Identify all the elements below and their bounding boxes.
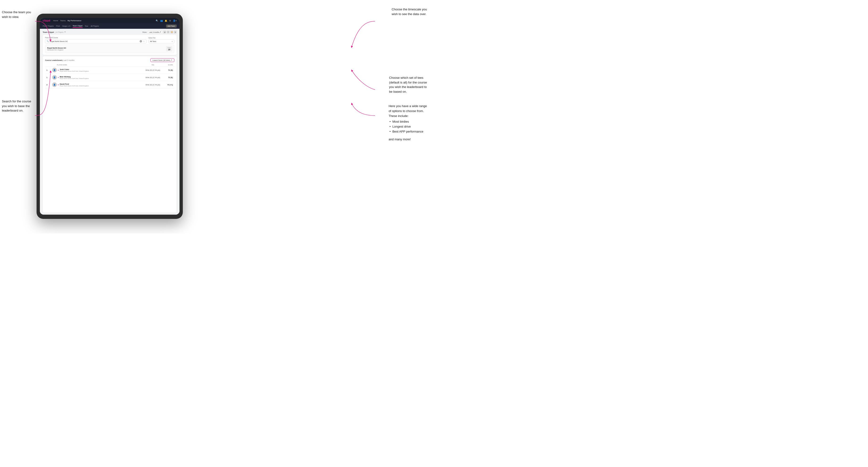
brand-logo: clippd	[43, 19, 50, 22]
option-drive: Longest drive	[390, 124, 427, 129]
sub-tab-pga[interactable]: PGA	[56, 25, 60, 28]
sub-tab-hcaps[interactable]: Hcaps 1-5	[62, 25, 70, 28]
player-name: David Ford	[60, 83, 142, 85]
player-tee: White (M) (6,744 yds)	[142, 84, 163, 86]
col-tee-header: TEE	[142, 64, 163, 66]
player-info: Josh Coles Royal North Devon Golf Club, …	[60, 68, 142, 72]
download-btn[interactable]: ⬇	[174, 31, 177, 33]
tablet-screen: clippd Home Teams My Performance 🔍 👥 🔔 ⚙…	[40, 18, 180, 215]
people-icon[interactable]: 👥	[160, 20, 163, 22]
course-location: Westward Ho!, England	[47, 49, 66, 51]
show-control: Show: Last 3 months ▾ ⊞ ≡ 🏆 ⬇	[143, 31, 177, 33]
lb-title-text: Course Leaderboard,	[45, 59, 63, 61]
score-type-chevron: ▾	[171, 59, 172, 61]
nav-my-performance[interactable]: My Performance	[67, 20, 81, 22]
player-tee: White (M) (6,744 yds)	[142, 69, 163, 71]
annotation-options: Here you have a wide range of options to…	[389, 104, 427, 142]
col-score-header: SCORE	[163, 64, 173, 66]
sub-nav-tabs: PGAT Players PGA Hcaps 1-5 Team Clippd T…	[43, 24, 99, 28]
nav-home[interactable]: Home	[53, 20, 58, 22]
players-count: | 14 Players	[55, 31, 63, 33]
tee-select-field: Select Tee All Tees ▾	[148, 37, 174, 43]
search-icon[interactable]: 🔍	[156, 20, 158, 22]
sub-tab-pgat[interactable]: PGAT Players	[43, 25, 54, 28]
main-content: Team Clippd | 14 Players ✏ Show: Last 3 …	[40, 29, 180, 215]
options-list: Most birdies Longest drive Best APP perf…	[389, 119, 427, 134]
avatar: 👤	[52, 68, 57, 72]
leaderboard-header: Course Leaderboard, Last 3 months Lowest…	[45, 58, 174, 62]
holes-box: Holes 18	[166, 46, 172, 52]
leaderboard-card: Course Leaderboard, Last 3 months Lowest…	[43, 56, 177, 213]
list-view-btn[interactable]: ≡	[167, 31, 169, 33]
user-avatar[interactable]: 👤▾	[173, 20, 177, 22]
chevron-down-icon: ▾	[160, 31, 161, 33]
settings-icon[interactable]: ⚙	[169, 20, 171, 22]
annotation-search-course: Search for the course you wish to base t…	[2, 99, 31, 113]
team-name: Team Clippd	[43, 31, 54, 33]
grid-view-btn[interactable]: ⊞	[163, 31, 166, 33]
search-icon-inner: 🔍	[47, 40, 49, 42]
search-card: Find a Golf Course 🔍 Royal North Devon G…	[43, 35, 177, 55]
clear-search-button[interactable]: ×	[140, 40, 142, 42]
leaderboard-title: Course Leaderboard, Last 3 months	[45, 59, 74, 61]
heart-icon[interactable]: ♥	[58, 84, 59, 86]
favorite-icon[interactable]: ☆	[143, 40, 145, 42]
player-rank: 1	[46, 76, 52, 78]
nav-links: Home Teams My Performance	[53, 20, 81, 22]
nav-left: clippd Home Teams My Performance	[43, 19, 81, 22]
score-type-value: Lowest Score (18 holes)	[153, 59, 170, 61]
nav-bar: clippd Home Teams My Performance 🔍 👥 🔔 ⚙…	[40, 18, 180, 23]
lb-time-filter: Last 3 months	[63, 59, 74, 61]
select-tee-label: Select Tee	[148, 37, 174, 39]
table-row: 3 👤 ♥ David Ford Royal North Devon Golf …	[45, 81, 174, 88]
player-name: Josh Coles	[60, 68, 142, 70]
find-course-label: Find a Golf Course	[45, 37, 147, 38]
annotation-choose-team: Choose the team you wish to view.	[2, 10, 31, 19]
player-club: Royal North Devon Golf Club, United King…	[60, 70, 142, 72]
col-player-name-header: PLAYER NAME	[57, 64, 142, 66]
tee-chevron-icon: ▾	[172, 40, 173, 42]
show-label: Show:	[143, 31, 147, 33]
option-birdies: Most birdies	[390, 119, 427, 124]
sub-tab-tour[interactable]: Tour	[85, 25, 88, 28]
player-info: David Ford Royal North Devon Golf Club, …	[60, 83, 142, 87]
table-row: 1 👤 ♥ Josh Coles Royal North Devon Golf …	[45, 66, 174, 74]
course-search-field: Find a Golf Course 🔍 Royal North Devon G…	[45, 37, 147, 43]
lb-column-headers: PLAYER NAME TEE SCORE	[45, 63, 174, 66]
tee-select-dropdown[interactable]: All Tees ▾	[148, 39, 174, 43]
avatar: 👤	[52, 75, 57, 80]
annotation-timescale: Choose the timescale you wish to see the…	[392, 7, 427, 16]
player-name: Blair McHarg	[60, 76, 142, 78]
nav-right: 🔍 👥 🔔 ⚙ 👤▾	[156, 20, 177, 22]
course-result: Royal North Devon GC Westward Ho!, Engla…	[45, 44, 174, 53]
search-input-row[interactable]: 🔍 Royal North Devon GC × ☆	[45, 39, 147, 43]
search-row: Find a Golf Course 🔍 Royal North Devon G…	[45, 37, 174, 43]
view-icons: ⊞ ≡ 🏆 ⬇	[163, 31, 177, 33]
time-filter-value: Last 3 months	[149, 31, 159, 33]
time-filter-dropdown[interactable]: Last 3 months ▾	[148, 31, 162, 33]
team-header: Team Clippd | 14 Players ✏ Show: Last 3 …	[43, 31, 177, 33]
heart-icon[interactable]: ♥	[58, 76, 59, 78]
score-type-button[interactable]: Lowest Score (18 holes) ▾	[151, 58, 174, 62]
avatar: 👤	[52, 82, 57, 87]
table-row: 1 👤 ♥ Blair McHarg Royal North Devon Gol…	[45, 74, 174, 81]
edit-icon[interactable]: ✏	[64, 31, 66, 33]
nav-teams[interactable]: Teams	[60, 20, 66, 22]
player-rank: 1	[46, 69, 52, 71]
bell-icon[interactable]: 🔔	[165, 20, 167, 22]
add-team-button[interactable]: Add Team	[166, 25, 177, 28]
holes-number: 18	[167, 49, 171, 51]
player-score: 72 (E)	[163, 76, 173, 79]
course-name: Royal North Devon GC	[47, 47, 66, 49]
player-score: 72 (E)	[163, 69, 173, 71]
team-title: Team Clippd | 14 Players ✏	[43, 31, 66, 33]
sub-nav: PGAT Players PGA Hcaps 1-5 Team Clippd T…	[40, 23, 180, 29]
sub-tab-all-players[interactable]: All Players	[91, 25, 99, 28]
heart-icon[interactable]: ♥	[58, 69, 59, 71]
sub-tab-team-clippd[interactable]: Team Clippd	[73, 24, 83, 28]
search-input-value: Royal North Devon GC	[50, 40, 139, 42]
trophy-view-btn[interactable]: 🏆	[170, 31, 173, 33]
option-app: Best APP performance	[390, 129, 427, 134]
player-rank: 3	[46, 84, 52, 86]
player-score: 73 (+1)	[163, 84, 173, 86]
